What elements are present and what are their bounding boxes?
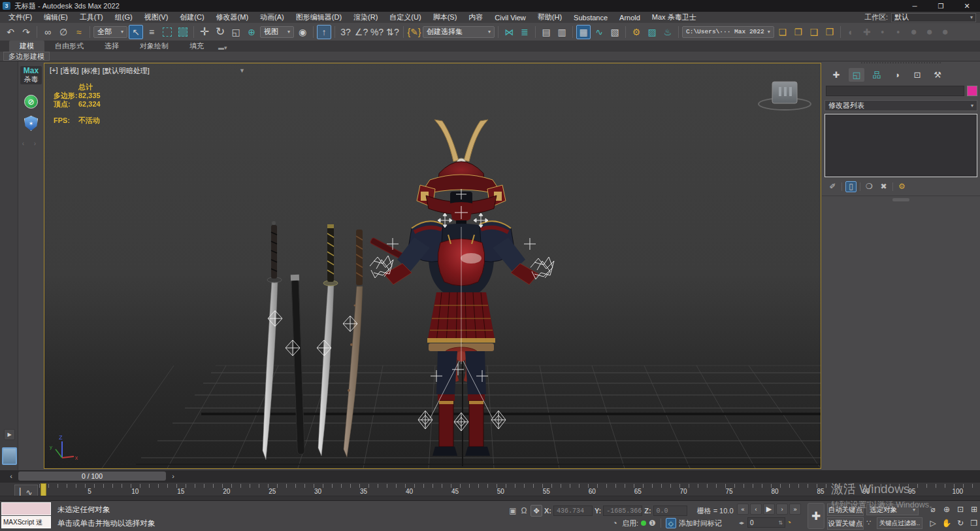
maxscript-macro-recorder[interactable] xyxy=(1,502,51,515)
time-tag-cube-icon[interactable]: ◇ xyxy=(666,518,676,528)
group-menu[interactable]: 组(G) xyxy=(109,12,139,22)
sword-scabbard[interactable] xyxy=(291,275,306,454)
modifiers-menu[interactable]: 修改器(M) xyxy=(210,12,255,22)
key-clock-icon[interactable]: ◔ xyxy=(787,518,791,527)
layer-explorer-icon[interactable]: ▥ xyxy=(555,25,569,39)
remove-modifier-icon[interactable]: ✖ xyxy=(878,181,889,192)
select-and-scale-icon[interactable]: ◱ xyxy=(229,25,243,39)
modifier-list-dropdown[interactable]: 修改器列表 ▾ xyxy=(825,100,977,111)
reference-coordinate-system-dropdown[interactable]: 视图 xyxy=(260,26,294,38)
snaps-toggle-icon[interactable]: 3? xyxy=(338,25,353,39)
current-frame-spinner[interactable]: 0⇅ xyxy=(747,517,785,528)
time-slider-next-icon[interactable]: › xyxy=(169,471,178,481)
ribbon-overflow-icon[interactable]: ▬▾ xyxy=(214,44,231,52)
show-end-result-icon[interactable]: ▯ xyxy=(845,181,857,192)
make-unique-icon[interactable]: ❍ xyxy=(864,181,875,192)
configure-modifier-sets-icon[interactable]: ⚙ xyxy=(896,181,907,192)
go-to-start-button[interactable]: « xyxy=(737,504,749,515)
orbit-icon[interactable]: ↻ xyxy=(954,517,967,530)
graph-editors-menu[interactable]: 图形编辑器(D) xyxy=(290,12,348,22)
redo-icon[interactable]: ↷ xyxy=(19,25,33,39)
disabled-circle-icon[interactable]: ● xyxy=(907,25,921,39)
edit-container-icon[interactable]: ❒ xyxy=(823,25,837,39)
help-menu[interactable]: 帮助(H) xyxy=(532,12,568,22)
selection-lock-icon[interactable]: Ω xyxy=(519,506,529,515)
maximize-viewport-toggle-icon[interactable]: ❒ xyxy=(968,517,980,530)
pin-stack-icon[interactable]: ✐ xyxy=(827,181,838,192)
views-menu[interactable]: 视图(V) xyxy=(139,12,174,22)
zoom-icon[interactable]: ⌀ xyxy=(926,503,939,516)
render-production-icon[interactable]: ♨ xyxy=(661,25,675,39)
undo-icon[interactable]: ↶ xyxy=(3,25,18,39)
arnold-menu[interactable]: Arnold xyxy=(613,14,646,22)
isolate-selection-icon[interactable]: ▣ xyxy=(508,506,517,515)
disabled-circle-icon[interactable]: ● xyxy=(923,25,937,39)
bind-to-space-warp-icon[interactable]: ≈ xyxy=(72,25,86,39)
named-selection-sets-dropdown[interactable]: 创建选择集 xyxy=(423,26,495,38)
viewport-layout-button[interactable] xyxy=(2,447,17,465)
close-button[interactable]: ✕ xyxy=(954,0,980,12)
auto-key-button[interactable]: 自动关键点 xyxy=(827,504,864,516)
add-time-tag[interactable]: 添加时间标记 xyxy=(679,519,722,528)
create-menu[interactable]: 创建(C) xyxy=(174,12,210,22)
spinner-snap-toggle-icon[interactable]: ⇅? xyxy=(385,25,400,39)
play-button[interactable]: ▶ xyxy=(763,504,775,515)
angle-snap-toggle-icon[interactable]: ∠? xyxy=(354,25,368,39)
antivirus-menu[interactable]: Max 杀毒卫士 xyxy=(646,12,702,22)
sword-katana-2[interactable] xyxy=(318,224,338,456)
motion-tab[interactable]: ◑ xyxy=(889,68,905,82)
object-name-field[interactable] xyxy=(826,86,964,96)
tab-populate[interactable]: 填充 xyxy=(179,41,214,52)
curve-editor-icon[interactable]: ∿ xyxy=(592,25,606,39)
absolute-mode-transform-icon[interactable]: ✥ xyxy=(531,505,542,517)
key-mode-toggle-icon[interactable]: ◂▸ xyxy=(737,520,746,526)
antivirus-shield-icon[interactable]: ✶ xyxy=(24,116,38,131)
workspace-dropdown[interactable]: 默认▾ xyxy=(891,13,976,22)
viewport-shading-menu[interactable]: [默认明暗处理] xyxy=(103,66,150,76)
minimize-button[interactable]: ─ xyxy=(902,0,928,12)
next-frame-button[interactable]: › xyxy=(776,504,788,515)
tab-polygon-modeling[interactable]: 多边形建模 xyxy=(3,52,50,61)
project-folder-dropdown[interactable]: C:\Users\··· Max 2022 xyxy=(682,26,774,38)
antivirus-scan-icon[interactable]: ⊘ xyxy=(24,95,38,109)
disabled-circle-icon[interactable]: ● xyxy=(938,25,953,39)
render-setup-icon[interactable]: ⚙ xyxy=(629,25,644,39)
viewport-general-menu[interactable]: [+] xyxy=(50,66,58,76)
set-keys-button[interactable]: ✚ xyxy=(808,503,825,529)
sword-katana-1[interactable] xyxy=(263,221,282,460)
key-filters-button[interactable]: 关键点过滤器.. xyxy=(877,517,923,529)
inherit-container-icon[interactable]: ❑ xyxy=(807,25,821,39)
zoom-extents-all-icon[interactable]: ⊞ xyxy=(968,503,980,516)
pan-view-icon[interactable]: ✋ xyxy=(940,517,953,530)
disabled-dot-icon[interactable]: • xyxy=(875,25,890,39)
tab-freeform[interactable]: 自由形式 xyxy=(44,41,94,52)
material-editor-icon[interactable]: ◐ xyxy=(844,25,858,39)
modifier-stack[interactable] xyxy=(825,114,977,177)
tools-menu[interactable]: 工具(T) xyxy=(74,12,109,22)
select-by-name-icon[interactable]: ≡ xyxy=(144,25,159,39)
view-cube[interactable] xyxy=(759,82,811,110)
filter-funnel-icon[interactable]: ▼ xyxy=(239,67,245,74)
ribbon-toggle-icon[interactable]: ▦ xyxy=(576,25,591,39)
rollout-scroll-handle[interactable] xyxy=(892,198,909,201)
edit-menu[interactable]: 编辑(E) xyxy=(38,12,74,22)
save-scene-state-icon[interactable]: ❏ xyxy=(776,25,790,39)
previous-frame-button[interactable]: ‹ xyxy=(750,504,762,515)
restore-button[interactable]: ❐ xyxy=(928,0,954,12)
percent-snap-toggle-icon[interactable]: %? xyxy=(370,25,384,39)
viewport-pov-menu[interactable]: [透视] xyxy=(61,66,79,76)
disabled-dot-icon[interactable]: • xyxy=(891,25,906,39)
open-container-icon[interactable]: ❐ xyxy=(791,25,806,39)
z-coord-field[interactable]: 0.0 xyxy=(653,505,687,516)
select-and-move-icon[interactable]: ✛ xyxy=(197,25,212,39)
use-pivot-point-center-icon[interactable]: ◉ xyxy=(295,25,310,39)
select-and-place-icon[interactable]: ⊕ xyxy=(244,25,259,39)
time-slider[interactable]: 0 / 100 xyxy=(18,471,166,481)
scene-explorer-icon[interactable]: ▤ xyxy=(539,25,553,39)
customize-menu[interactable]: 自定义(U) xyxy=(384,12,427,22)
expand-panel-icon[interactable]: ▶ xyxy=(4,429,15,440)
schematic-view-icon[interactable]: ▧ xyxy=(608,25,622,39)
mirror-icon[interactable]: ⋈ xyxy=(502,25,516,39)
y-coord-field[interactable]: -1685.366 xyxy=(603,505,642,516)
zoom-region-icon[interactable]: ▷ xyxy=(926,517,939,530)
